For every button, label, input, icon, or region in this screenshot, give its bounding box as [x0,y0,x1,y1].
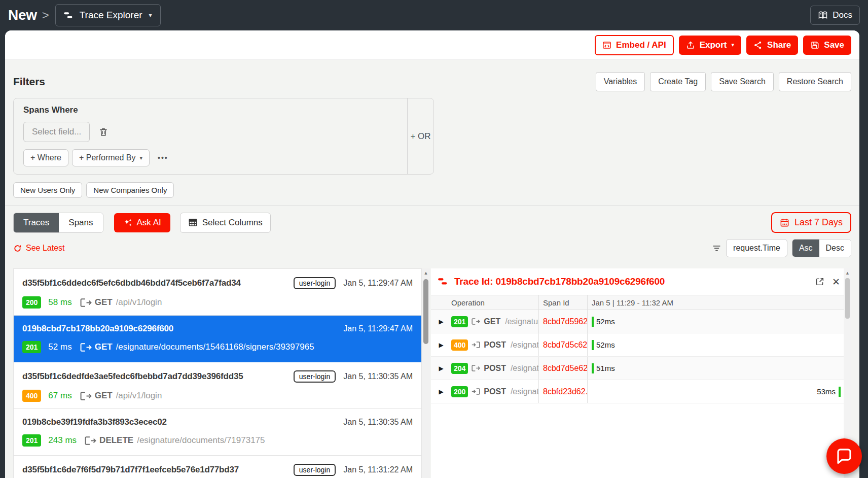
select-columns-button[interactable]: Select Columns [180,213,271,233]
restore-search-button[interactable]: Restore Search [779,72,851,91]
expand-span-icon[interactable]: ▶ [439,365,443,371]
ask-ai-button[interactable]: Ask AI [114,213,170,232]
span-timeline: 52ms [587,310,844,333]
trace-timestamp: Jan 5, 11:30:35 AM [343,372,413,381]
request-in-icon [472,341,480,349]
span-row[interactable]: ▶ 200 POST /esignature/doc 8cbfd23d62...… [431,380,844,403]
http-method: GET [95,342,113,352]
status-badge: 200 [22,296,41,309]
see-latest-button[interactable]: See Latest [13,244,65,253]
trace-explorer-label: Trace Explorer [80,10,142,21]
request-path: /esignature/docu [511,364,538,373]
save-search-button[interactable]: Save Search [711,72,774,91]
new-companies-only-button[interactable]: New Companies Only [86,182,174,198]
save-button[interactable]: Save [803,36,851,55]
filters-title: Filters [13,76,45,88]
trace-icon [438,278,449,286]
filters-actions: Variables Create Tag Save Search Restore… [596,72,851,91]
span-table-body: ▶ 201 GET /esignature/docu 8cbd7d5962...… [431,310,851,403]
span-duration-bar [592,340,594,350]
trace-list-row[interactable]: 019b8cbe39f19fdfa3b3f893c3ecec02 Jan 5, … [14,409,421,456]
select-columns-label: Select Columns [202,218,263,228]
save-icon [810,41,819,50]
export-label: Export [700,40,727,50]
request-in-icon [472,388,480,395]
tag-badge: user-login [294,277,336,289]
request-out-icon [472,318,480,325]
span-id-link[interactable]: 8cbd7d5c62... [543,340,587,350]
chat-support-button[interactable] [826,438,862,474]
tab-spans[interactable]: Spans [59,213,102,232]
sort-controls: request.Time Asc Desc [712,239,851,257]
expand-span-icon[interactable]: ▶ [439,342,443,348]
scrollbar-thumb[interactable] [423,279,428,344]
expand-span-icon[interactable]: ▶ [439,319,443,325]
span-id-link[interactable]: 8cbd7d5e62... [543,364,587,373]
embed-api-label: Embed / API [616,40,666,50]
chevron-down-icon: ▾ [140,155,143,161]
expand-span-icon[interactable]: ▶ [439,389,443,395]
trace-detail-header: Trace Id: 019b8cbd7cb178bb20a9109c6296f6… [431,268,851,295]
span-duration-label: 52ms [596,317,615,326]
span-id-link[interactable]: 8cbfd23d62... [543,387,587,396]
spans-where-title: Spans Where [23,105,397,115]
see-latest-label: See Latest [26,244,65,253]
status-badge: 400 [22,390,41,402]
open-external-button[interactable] [815,277,824,286]
trace-list: d35f5bf1c6ddedc6f5efc6dbdb46bdd74f5ceb6f… [13,268,422,478]
span-id-link[interactable]: 8cbd7d5962... [543,317,587,326]
share-icon [753,41,763,50]
status-badge: 201 [451,316,468,327]
create-tag-button[interactable]: Create Tag [650,72,706,91]
scroll-up-icon[interactable]: ▲ [845,270,850,276]
http-method: GET [95,391,113,401]
docs-button[interactable]: Docs [810,6,860,25]
request-path: /api/v1/login [116,391,162,401]
sort-desc-button[interactable]: Desc [819,240,851,257]
http-method: DELETE [99,435,133,446]
trace-list-scrollbar[interactable]: ▲ [422,268,430,478]
calendar-icon [780,218,789,227]
embed-api-button[interactable]: Embed / API [595,35,674,55]
add-performed-by-button[interactable]: + Performed By ▾ [72,149,150,166]
export-button[interactable]: Export ▾ [679,36,741,55]
sort-icon[interactable] [712,244,721,253]
performed-by-label: + Performed By [79,153,136,162]
duration-label: 52 ms [48,342,71,352]
new-users-only-button[interactable]: New Users Only [13,182,82,198]
time-range-label: Last 7 Days [794,217,843,228]
span-row[interactable]: ▶ 201 GET /esignature/docu 8cbd7d5962...… [431,310,844,333]
add-or-group-button[interactable]: + OR [407,98,433,174]
delete-filter-button[interactable] [98,127,108,137]
trace-list-row[interactable]: d35f5bf1c6dedfde3ae5fedc6fbebbd7ad7dd39e… [14,362,421,409]
add-where-button[interactable]: + Where [23,149,68,166]
column-operation: Operation [451,298,538,307]
sort-asc-button[interactable]: Asc [792,240,819,257]
trace-explorer-dropdown[interactable]: Trace Explorer ▾ [55,4,161,26]
refresh-icon [13,244,22,253]
duration-label: 243 ms [48,435,77,446]
tab-traces[interactable]: Traces [14,213,59,232]
trace-list-row[interactable]: d35f5bf1c6ddedc6f5efc6dbdb46bdd74f5ceb6f… [14,269,421,316]
span-duration-bar [839,387,841,397]
status-badge: 200 [451,386,468,397]
more-options-button[interactable]: ••• [158,154,168,162]
span-row[interactable]: ▶ 204 POST /esignature/docu 8cbd7d5e62..… [431,357,844,380]
chevron-down-icon: ▾ [732,42,735,48]
latest-sort-row: See Latest request.Time Asc Desc [13,239,851,257]
select-field-button[interactable]: Select field... [23,122,90,142]
trace-list-row[interactable]: 019b8cbd7cb178bb20a9109c6296f600 Jan 5, … [14,316,421,362]
share-button[interactable]: Share [746,36,798,55]
scroll-up-icon[interactable]: ▲ [424,270,428,276]
embed-icon [602,41,611,50]
trace-list-row[interactable]: d35f5bf1c6de7f6f5d79b71d7f7f1eefceb5e76e… [14,456,421,478]
sort-field-button[interactable]: request.Time [726,239,787,257]
breadcrumb-root[interactable]: New [8,7,37,23]
variables-button[interactable]: Variables [596,72,645,91]
span-row[interactable]: ▶ 400 POST /esignature/doc 8cbd7d5c62...… [431,333,844,357]
request-path: /esignature/documents/71973175 [137,435,265,446]
scrollbar-thumb[interactable] [845,278,850,319]
http-method: POST [484,387,506,396]
close-icon[interactable]: ✕ [832,277,840,287]
time-range-button[interactable]: Last 7 Days [771,212,851,233]
